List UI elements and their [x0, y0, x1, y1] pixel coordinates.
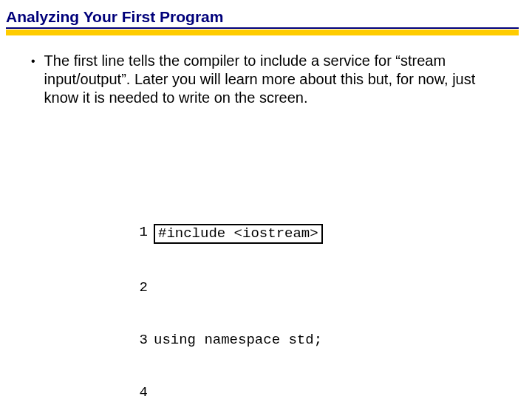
line-number: 2 — [133, 279, 148, 297]
code-text-boxed: #include <iostream> — [154, 224, 323, 245]
bullet-text: The first line tells the compiler to inc… — [44, 52, 497, 107]
slide-title: Analyzing Your First Program — [6, 7, 519, 29]
code-line: 2 — [133, 279, 449, 297]
title-underline — [6, 30, 519, 35]
slide: Analyzing Your First Program • The first… — [0, 0, 532, 399]
code-block: 1 #include <iostream> 2 3 using namespac… — [133, 188, 449, 399]
bullet-dot-icon: • — [31, 52, 35, 107]
line-number: 1 — [133, 224, 148, 245]
code-line: 1 #include <iostream> — [133, 224, 449, 245]
line-number: 4 — [133, 384, 148, 399]
code-text: using namespace std; — [154, 332, 322, 349]
code-line: 3 using namespace std; — [133, 332, 449, 349]
bullet-item: • The first line tells the compiler to i… — [31, 52, 497, 107]
code-line: 4 — [133, 384, 449, 399]
line-number: 3 — [133, 332, 148, 349]
